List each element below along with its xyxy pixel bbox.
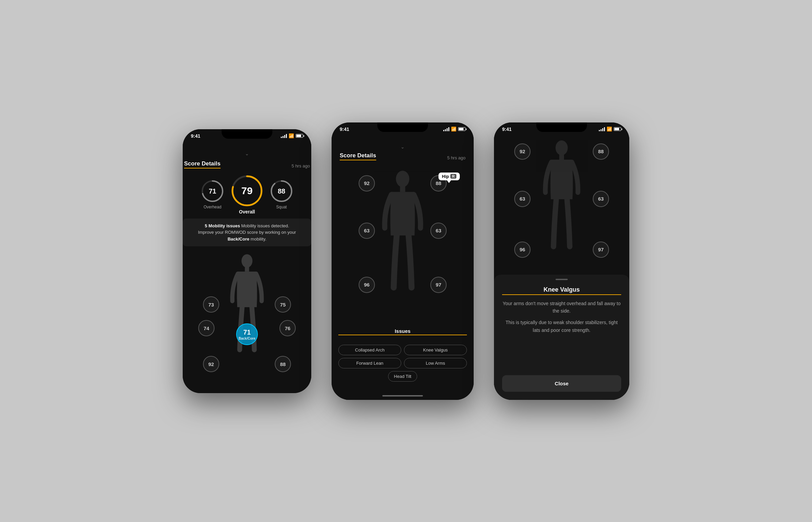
p3-bubble-mid-right[interactable]: 63: [593, 191, 609, 207]
overhead-value: 71: [209, 187, 216, 195]
svg-point-6: [242, 254, 252, 267]
signal-icon-1: [281, 134, 287, 138]
overhead-label: Overhead: [204, 205, 222, 209]
p2-bubble-mid-right[interactable]: 63: [430, 223, 447, 239]
phone-1: 9:41 📶 ⌄ Score Details 5 hrs ago: [183, 129, 311, 393]
issues-grid: Collapsed Arch Knee Valgus Forward Lean …: [338, 345, 467, 382]
squat-label: Squat: [276, 205, 287, 209]
screen-1: 9:41 📶 ⌄ Score Details 5 hrs ago: [183, 129, 311, 393]
sheet-title: Knee Valgus: [502, 286, 621, 295]
bubble-core-label: Back/Core: [239, 337, 255, 340]
phone3-body-area: 92 88 63 63 96 97: [494, 133, 629, 279]
score-details-title-1: Score Details: [184, 160, 221, 168]
issues-title: Issues: [338, 328, 467, 335]
bubble-right-knee[interactable]: 88: [275, 356, 291, 372]
issue-knee-valgus[interactable]: Knee Valgus: [404, 345, 467, 355]
signal-icon-2: [443, 127, 449, 131]
p3-bubble-bot-right[interactable]: 97: [593, 242, 609, 258]
bottom-sheet: Knee Valgus Your arms don't move straigh…: [494, 275, 629, 400]
mobility-highlight: Back/Core: [228, 237, 249, 242]
notch-3: [536, 122, 587, 132]
wifi-icon-3: 📶: [607, 126, 612, 132]
hip-label: Hip: [442, 174, 449, 179]
notch-2: [377, 122, 428, 132]
score-header-1: Score Details 5 hrs ago: [183, 158, 311, 170]
status-time-1: 9:41: [191, 133, 200, 139]
phone-2: 9:41 📶 ⌄ Score Details 5 hrs ago: [331, 122, 474, 400]
mobility-issues-box: 5 Mobility issues Mobility issues detect…: [183, 219, 311, 247]
tooltip-arrow: [447, 180, 451, 183]
issue-collapsed-arch[interactable]: Collapsed Arch: [338, 345, 401, 355]
svg-point-10: [555, 140, 568, 155]
svg-rect-11: [559, 155, 564, 160]
p2-bubble-mid-left[interactable]: 63: [359, 223, 375, 239]
overall-circle: 79: [230, 174, 264, 208]
signal-icon-3: [599, 127, 605, 131]
bubble-core[interactable]: 71 Back/Core: [236, 323, 258, 345]
p3-bubble-mid-left[interactable]: 63: [514, 191, 530, 207]
svg-point-8: [396, 170, 409, 187]
overall-score: 79 Overall: [230, 174, 264, 215]
p3-bubble-bot-left[interactable]: 96: [514, 242, 530, 258]
battery-icon-2: [458, 127, 466, 131]
status-icons-2: 📶: [443, 126, 466, 132]
body-silhouette-2: [331, 162, 474, 324]
screen-2: 9:41 📶 ⌄ Score Details 5 hrs ago: [331, 122, 474, 400]
svg-rect-7: [245, 267, 249, 272]
issue-head-tilt[interactable]: Head Tilt: [388, 371, 417, 382]
phone2-body: 92 88 Hip R 63 63 96 97: [331, 162, 474, 324]
mobility-end: mobility.: [249, 237, 266, 242]
bubble-right-elbow[interactable]: 76: [280, 320, 296, 336]
scores-row-1: 71 Overhead 79 Overall: [183, 174, 311, 215]
p2-bubble-top-left[interactable]: 92: [359, 175, 375, 192]
wifi-icon-1: 📶: [289, 133, 294, 138]
p2-bubble-bot-left[interactable]: 96: [359, 277, 375, 293]
mobility-text: Mobility issues detected.: [240, 223, 289, 228]
mobility-advice: Improve your ROMWOD score by working on …: [198, 230, 296, 235]
p2-bubble-bot-right[interactable]: 97: [430, 277, 447, 293]
squat-circle: 88: [269, 179, 294, 203]
score-header-time-1: 5 hrs ago: [292, 163, 310, 168]
bubble-left-knee[interactable]: 92: [203, 356, 219, 372]
issue-low-arms[interactable]: Low Arms: [404, 358, 467, 368]
bubble-right-shoulder[interactable]: 75: [275, 296, 291, 313]
wifi-icon-2: 📶: [451, 126, 456, 132]
sheet-desc-1: Your arms don't move straight overhead a…: [503, 301, 621, 314]
squat-value: 88: [278, 187, 285, 195]
home-indicator-2: [382, 395, 423, 397]
status-time-3: 9:41: [502, 126, 511, 132]
overall-label: Overall: [239, 209, 255, 215]
overall-value: 79: [241, 185, 252, 197]
hip-tooltip: Hip R: [439, 173, 460, 180]
status-time-2: 9:41: [340, 126, 349, 132]
squat-score: 88 Squat: [269, 179, 294, 209]
screen-3: 9:41 📶: [494, 122, 629, 400]
status-icons-1: 📶: [281, 133, 303, 138]
sheet-desc-2: This is typically due to weak shoulder s…: [502, 319, 621, 334]
overhead-score: 71 Overhead: [200, 179, 225, 209]
phone1-content: Score Details 5 hrs ago 71 Overhead: [183, 158, 311, 378]
sheet-description: Your arms don't move straight overhead a…: [502, 300, 621, 334]
body-silhouette-1: [229, 253, 265, 374]
bubble-left-shoulder[interactable]: 73: [203, 296, 219, 313]
score-header-time-2: 5 hrs ago: [447, 155, 466, 160]
p2-bubble-top-right[interactable]: 88 Hip R: [430, 175, 447, 192]
body-silhouette-3: [494, 133, 629, 279]
mobility-count: 5 Mobility issues: [205, 223, 240, 228]
p3-bubble-top-left[interactable]: 92: [514, 143, 530, 160]
score-header-2: Score Details 5 hrs ago: [331, 151, 474, 162]
chevron-2: ⌄: [331, 143, 474, 151]
score-details-title-2: Score Details: [340, 152, 376, 160]
bubble-left-elbow[interactable]: 74: [198, 320, 215, 336]
issue-forward-lean[interactable]: Forward Lean: [338, 358, 401, 368]
svg-rect-9: [400, 186, 405, 192]
battery-icon-3: [614, 127, 621, 131]
notch-1: [222, 129, 272, 139]
phone-3: 9:41 📶: [494, 122, 629, 400]
sheet-handle: [555, 279, 568, 280]
body-figure-1: 73 75 74 71 Back/Core 76 92 88: [183, 249, 311, 378]
chevron-1: ⌄: [183, 149, 311, 158]
p3-bubble-top-right[interactable]: 88: [593, 143, 609, 160]
close-button[interactable]: Close: [502, 375, 621, 392]
status-icons-3: 📶: [599, 126, 621, 132]
